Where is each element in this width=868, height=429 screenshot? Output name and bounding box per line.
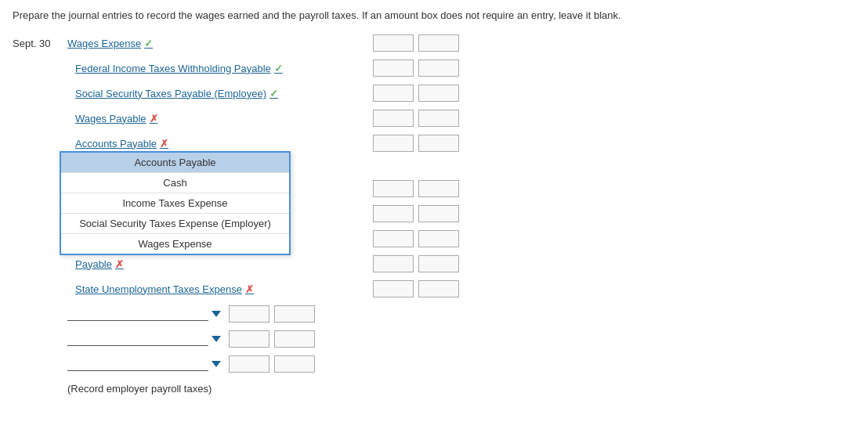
blank-row-1-amounts xyxy=(229,305,315,323)
payable-x-debit[interactable] xyxy=(373,255,414,272)
payroll-expense-debit[interactable] xyxy=(373,180,414,197)
wages-payable-x: ✗ xyxy=(150,113,158,124)
wages-payable-debit[interactable] xyxy=(373,110,414,127)
wages-expense-debit[interactable] xyxy=(373,34,414,52)
accounts-payable-x: ✗ xyxy=(160,138,168,150)
instructions-text: Prepare the journal entries to record th… xyxy=(13,9,855,21)
accounts-payable-debit[interactable] xyxy=(373,135,414,152)
dropdown-arrow-1[interactable] xyxy=(212,311,221,317)
federal-income-credit[interactable] xyxy=(418,59,459,77)
payable-x-credit[interactable] xyxy=(418,255,459,272)
employer-x-credit[interactable] xyxy=(418,205,459,222)
entry-row-wages-expense: Sept. 30 Wages Expense ✓ xyxy=(13,32,855,54)
federal-income-debit[interactable] xyxy=(373,59,414,77)
state-unemp-amounts xyxy=(373,280,459,297)
journal-section: Sept. 30 Wages Expense ✓ Federal Income … xyxy=(13,32,855,395)
social-security-credit[interactable] xyxy=(418,85,459,102)
account-state-unemp: State Unemployment Taxes Expense ✗ xyxy=(67,283,365,295)
social-security-check: ✓ xyxy=(269,88,278,99)
accounts-payable-link[interactable]: Accounts Payable ✗ xyxy=(75,138,168,150)
wages-expense-credit[interactable] xyxy=(418,34,459,52)
account-wages-payable: Wages Payable ✗ xyxy=(67,113,365,124)
payroll-expense-credit[interactable] xyxy=(418,180,459,197)
record-label: (Record employer payroll taxes) xyxy=(67,383,855,395)
blank-row-2-credit[interactable] xyxy=(274,330,315,348)
payroll-expense-amounts xyxy=(373,180,459,197)
wages-expense-check: ✓ xyxy=(144,38,153,49)
blank-row-2-amounts xyxy=(229,330,315,348)
employer-x-amounts xyxy=(373,205,459,222)
wages-payable-credit[interactable] xyxy=(418,110,459,127)
accounts-payable-credit[interactable] xyxy=(418,135,459,152)
social-security-amounts xyxy=(373,85,459,102)
payable-x-mark: ✗ xyxy=(115,258,124,270)
date-label: Sept. 30 xyxy=(13,38,67,49)
federal-income-amounts xyxy=(373,59,459,77)
blank-row-1 xyxy=(13,303,855,325)
dropdown-item-accounts-payable[interactable]: Accounts Payable xyxy=(61,153,289,173)
state-unemp-link[interactable]: State Unemployment Taxes Expense ✗ xyxy=(75,283,254,295)
wages-payable-link[interactable]: Wages Payable ✗ xyxy=(75,113,158,124)
state-unemp-debit[interactable] xyxy=(373,280,414,297)
dropdown-item-income-taxes[interactable]: Income Taxes Expense xyxy=(61,193,289,214)
oyer-x-amounts xyxy=(373,230,459,247)
account-dropdown[interactable]: Accounts Payable Cash Income Taxes Expen… xyxy=(60,151,291,255)
blank-account-1 xyxy=(67,307,221,321)
dropdown-item-cash[interactable]: Cash xyxy=(61,173,289,193)
federal-income-check: ✓ xyxy=(274,63,283,74)
blank-account-2 xyxy=(67,332,221,346)
blank-row-3-amounts xyxy=(229,355,315,373)
entry-row-federal-income: Federal Income Taxes Withholding Payable… xyxy=(13,57,855,79)
state-unemp-credit[interactable] xyxy=(418,280,459,297)
wages-expense-link[interactable]: Wages Expense ✓ xyxy=(67,38,153,49)
payable-x-link[interactable]: Payable ✗ xyxy=(75,258,124,270)
oyer-x-credit[interactable] xyxy=(418,230,459,247)
blank-row-3-credit[interactable] xyxy=(274,355,315,373)
wages-expense-amounts xyxy=(373,34,459,52)
employer-x-debit[interactable] xyxy=(373,205,414,222)
blank-row-3-debit[interactable] xyxy=(229,355,269,373)
dropdown-arrow-3[interactable] xyxy=(212,361,221,367)
payable-x-amounts xyxy=(373,255,459,272)
accounts-payable-amounts xyxy=(373,135,459,152)
blank-row-2 xyxy=(13,328,855,350)
entry-row-social-security: Social Security Taxes Payable (Employee)… xyxy=(13,82,855,104)
dropdown-item-wages-expense[interactable]: Wages Expense xyxy=(61,234,289,254)
entry-row-wages-payable: Wages Payable ✗ xyxy=(13,107,855,129)
account-accounts-payable: Accounts Payable ✗ xyxy=(67,138,365,150)
blank-row-1-credit[interactable] xyxy=(274,305,315,323)
dropdown-item-social-security-employer[interactable]: Social Security Taxes Expense (Employer) xyxy=(61,214,289,234)
account-wages-expense: Wages Expense ✓ xyxy=(67,38,365,49)
entry-row-state-unemp: State Unemployment Taxes Expense ✗ xyxy=(13,278,855,300)
accounts-payable-row-wrapper: Accounts Payable ✗ Accounts Payable Cash… xyxy=(13,132,855,154)
blank-row-3 xyxy=(13,353,855,375)
dropdown-arrow-2[interactable] xyxy=(212,336,221,342)
oyer-x-debit[interactable] xyxy=(373,230,414,247)
social-security-debit[interactable] xyxy=(373,85,414,102)
blank-row-1-debit[interactable] xyxy=(229,305,269,323)
account-federal-income: Federal Income Taxes Withholding Payable… xyxy=(67,63,365,74)
social-security-link[interactable]: Social Security Taxes Payable (Employee)… xyxy=(75,88,278,99)
blank-account-3 xyxy=(67,357,221,371)
wages-payable-amounts xyxy=(373,110,459,127)
state-unemp-x: ✗ xyxy=(245,283,254,295)
federal-income-link[interactable]: Federal Income Taxes Withholding Payable… xyxy=(75,63,283,74)
blank-row-2-debit[interactable] xyxy=(229,330,269,348)
account-social-security: Social Security Taxes Payable (Employee)… xyxy=(67,88,365,99)
account-payable-x: Payable ✗ xyxy=(67,258,365,270)
entry-row-payable-x: Payable ✗ xyxy=(13,253,855,275)
